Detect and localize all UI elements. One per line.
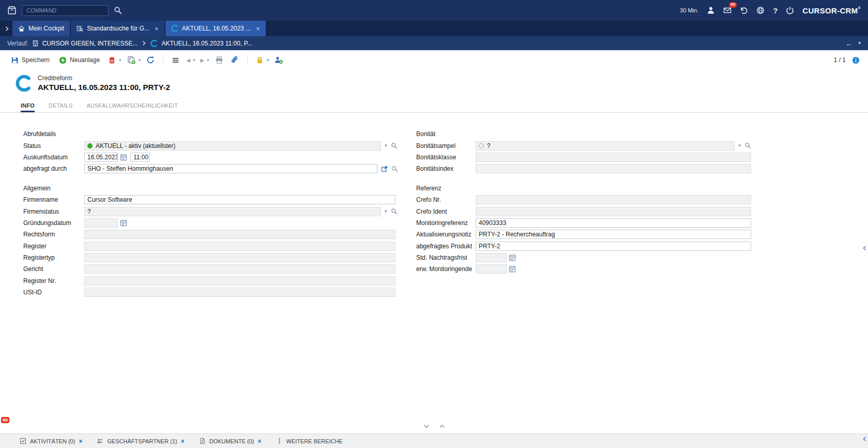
prev-record-button[interactable]: ◀ xyxy=(185,57,191,63)
copy-button[interactable] xyxy=(126,54,137,66)
gericht-input[interactable] xyxy=(84,264,395,274)
search-table-icon xyxy=(77,25,83,32)
abgefragt-durch-search-icon[interactable] xyxy=(391,166,398,172)
close-bottom-tab-icon[interactable]: × xyxy=(258,438,262,445)
power-icon[interactable] xyxy=(786,6,794,14)
user-icon[interactable] xyxy=(707,6,715,14)
monitoringreferenz-input[interactable]: 40903333 xyxy=(476,218,751,228)
abgefragt-durch-input[interactable]: SHO - Steffen Hommrighausen xyxy=(84,164,377,173)
attachment-button[interactable] xyxy=(229,54,240,66)
bottom-tab-weitere-bereiche[interactable]: WEITERE BEREICHE xyxy=(276,438,343,444)
open-record-icon[interactable] xyxy=(381,166,388,172)
tab-ausfallwahrscheinlichkeit[interactable]: AUSFALLWAHRSCHEINLICHKEIT xyxy=(87,102,178,112)
close-tab-icon[interactable]: × xyxy=(155,25,159,33)
bottom-tab-dokumente[interactable]: DOKUMENTE (0) × xyxy=(199,438,262,445)
bonitaetsampel-dropdown-caret-icon[interactable]: ▾ xyxy=(738,143,741,148)
bonitaetsindex-input[interactable] xyxy=(476,164,751,173)
ust-id-input[interactable] xyxy=(84,288,395,297)
expand-side-panel-icon[interactable] xyxy=(862,245,867,251)
field-monitoringreferenz: Monitoringreferenz 40903333 xyxy=(416,217,751,229)
record-pager: 1 / 1 xyxy=(834,56,846,64)
tab-standardsuche[interactable]: Standardsuche für G... × xyxy=(71,21,164,36)
refresh-button[interactable] xyxy=(145,54,156,66)
abgefragtes-produkt-input[interactable]: PRTY-2 xyxy=(476,242,751,251)
breadcrumb-item-current[interactable]: AKTUELL, 16.05.2023 11:00, P... xyxy=(161,40,252,47)
notifications-button[interactable]: 90 xyxy=(723,6,732,14)
tab-overflow-button[interactable] xyxy=(1,21,12,36)
status-search-icon[interactable] xyxy=(391,142,398,149)
registertyp-input[interactable] xyxy=(84,253,395,262)
field-firmenstatus: Firmenstatus ? ▾ xyxy=(23,205,398,217)
bottom-tab-aktivitaeten[interactable]: AKTIVITÄTEN (0) × xyxy=(20,438,82,445)
print-button[interactable] xyxy=(214,54,225,66)
calendar-icon[interactable] xyxy=(509,265,516,273)
app-cube-icon[interactable] xyxy=(7,6,17,15)
help-icon[interactable]: ? xyxy=(773,6,778,15)
printer-icon xyxy=(215,56,223,64)
status-dropdown-caret-icon[interactable]: ▾ xyxy=(385,143,387,148)
bonitaetsampel-combobox[interactable]: ? xyxy=(476,141,735,151)
lock-dropdown-caret-icon[interactable]: ▾ xyxy=(267,58,269,63)
aktualisierungsnotiz-input[interactable]: PRTY-2 - Rechercheauftrag xyxy=(476,230,751,239)
globe-icon[interactable] xyxy=(756,6,765,14)
delete-dropdown-caret-icon[interactable]: ▾ xyxy=(119,58,121,63)
erw-monitoringende-date-input[interactable] xyxy=(476,264,507,274)
next-record-dropdown-caret-icon[interactable]: ▾ xyxy=(207,58,209,63)
info-icon[interactable] xyxy=(852,56,860,64)
crefo-nr-input[interactable] xyxy=(476,195,751,204)
std-nachtragsfrist-date-input[interactable] xyxy=(476,253,507,262)
command-search-icon[interactable] xyxy=(114,6,122,14)
prev-record-dropdown-caret-icon[interactable]: ▾ xyxy=(193,58,195,63)
rechtsform-input[interactable] xyxy=(84,230,395,239)
menu-button[interactable] xyxy=(170,55,181,66)
status-combobox[interactable]: AKTUELL - aktiv (aktuellster) xyxy=(84,141,381,151)
tab-aktuell-active[interactable]: AKTUELL, 16.05.2023 ... × xyxy=(165,21,266,36)
auskunftsdatum-time-input[interactable]: 11:00 xyxy=(130,153,150,162)
field-ust-id: USt-ID xyxy=(23,287,398,298)
close-bottom-tab-icon[interactable]: × xyxy=(181,438,185,445)
firmenstatus-search-icon[interactable] xyxy=(391,208,398,215)
next-record-button[interactable]: ▶ xyxy=(199,57,205,63)
breadcrumb-item-businesspartner[interactable]: CURSOR GIEßEN, INTERESSE... xyxy=(42,40,138,47)
tab-details[interactable]: DETAILS xyxy=(49,102,72,112)
auskunftsdatum-date-input[interactable]: 16.05.2023 xyxy=(84,153,118,162)
firmenstatus-combobox[interactable]: ? xyxy=(84,207,381,216)
undo-icon[interactable] xyxy=(740,6,748,14)
register-nr-input[interactable] xyxy=(84,276,395,286)
new-record-button[interactable]: Neuanlage xyxy=(56,54,102,66)
bonitaetsampel-search-icon[interactable] xyxy=(744,142,751,149)
expand-up-icon[interactable] xyxy=(439,423,445,429)
crefo-ident-input[interactable] xyxy=(476,207,751,216)
history-dropdown-caret-icon[interactable]: ▾ xyxy=(858,41,861,46)
firmenname-input[interactable]: Cursor Software xyxy=(84,195,395,204)
section-referenz: Referenz xyxy=(416,183,751,194)
close-bottom-tab-icon[interactable]: × xyxy=(79,438,82,445)
brand-registered-mark: ® xyxy=(858,6,861,10)
calendar-icon[interactable] xyxy=(509,254,516,261)
close-tab-icon[interactable]: × xyxy=(256,25,260,33)
calendar-icon[interactable] xyxy=(120,219,127,227)
history-back-icon[interactable]: ← xyxy=(845,39,852,48)
expand-bottom-panel-icon[interactable] xyxy=(862,436,867,442)
lock-button[interactable] xyxy=(254,55,265,66)
field-abgefragtes-produkt: abgefragtes Produkt PRTY-2 xyxy=(416,241,751,252)
register-input[interactable] xyxy=(84,242,395,251)
calendar-icon[interactable] xyxy=(120,154,127,161)
building-icon xyxy=(32,40,39,47)
gruendungsdatum-date-input[interactable] xyxy=(84,218,118,228)
firmenstatus-dropdown-caret-icon[interactable]: ▾ xyxy=(385,209,387,214)
field-bonitaetsindex: Bonitätsindex xyxy=(416,163,751,174)
collapse-down-icon[interactable] xyxy=(423,423,430,429)
save-button[interactable]: Speichern xyxy=(8,54,52,66)
add-relation-button[interactable] xyxy=(273,54,284,66)
bonitaetsklasse-input[interactable] xyxy=(476,153,751,162)
bottom-tab-geschaeftspartner[interactable]: GESCHÄFTSPARTNER (1) × xyxy=(97,438,184,445)
status-active-dot xyxy=(87,143,93,148)
notification-badge-floating[interactable]: 90 xyxy=(1,417,9,423)
tab-mein-cockpit[interactable]: Mein Cockpit xyxy=(12,21,70,36)
command-input[interactable] xyxy=(22,5,109,16)
toolbar-right-group: 1 / 1 xyxy=(834,56,860,64)
copy-dropdown-caret-icon[interactable]: ▾ xyxy=(139,58,141,63)
delete-button[interactable] xyxy=(106,55,117,66)
tab-info[interactable]: INFO xyxy=(21,102,35,112)
